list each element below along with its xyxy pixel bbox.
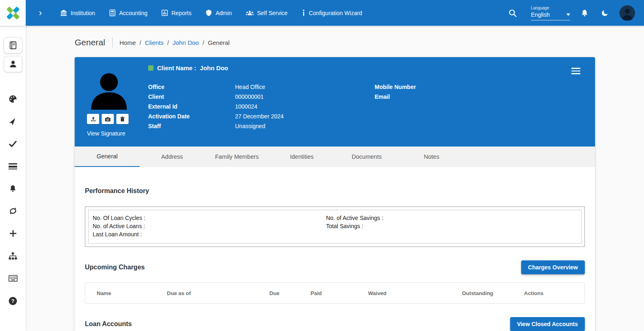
delete-photo-button[interactable] [116, 114, 129, 124]
mifos-logo-icon [5, 5, 21, 21]
breadcrumb-home[interactable]: Home [120, 39, 136, 46]
client-fields-left: OfficeHead Office Client000000001 Extern… [148, 82, 375, 131]
clients-icon [9, 60, 17, 68]
nav-configuration-wizard[interactable]: Configuration Wizard [302, 9, 362, 16]
shield-icon [205, 9, 212, 16]
active-savings-label: No. of Active Savings : [326, 214, 383, 222]
client-actions-menu-button[interactable] [571, 66, 580, 76]
sidebar-item-navigation[interactable] [9, 117, 17, 126]
left-sidebar: ? [0, 26, 26, 331]
topbar-right: Language English [506, 5, 644, 21]
loan-cycles-label: No. Of Loan Cycles : [93, 214, 326, 222]
charges-overview-button[interactable]: Charges Overview [521, 260, 585, 274]
sidebar-item-hierarchy[interactable] [9, 251, 17, 260]
dark-mode-toggle[interactable] [599, 7, 611, 19]
keyboard-icon [9, 275, 18, 282]
journal-icon [9, 41, 17, 49]
breadcrumb-separator: / [167, 39, 169, 46]
client-avatar-silhouette [88, 70, 130, 110]
status-active-indicator [148, 65, 153, 71]
breadcrumb-client-name-link[interactable]: John Doo [173, 39, 199, 46]
sidebar-item-keyboard-shortcuts[interactable] [9, 274, 18, 283]
topbar: › Institution Accounting Reports Admin S… [0, 0, 644, 26]
chevron-down-icon [566, 13, 570, 16]
nav-label: Reports [171, 10, 191, 16]
app-logo[interactable] [0, 0, 26, 26]
field-value: Unassigned [235, 123, 265, 129]
tab-identities[interactable]: Identities [269, 147, 334, 167]
client-photo-column: View Signature [87, 70, 141, 137]
client-header-panel: View Signature Client Name : John Doo Of… [75, 57, 595, 147]
search-button[interactable] [506, 7, 519, 19]
nav-label: Configuration Wizard [309, 10, 362, 16]
performance-right-column: No. of Active Savings : Total Savings : [326, 214, 383, 238]
view-signature-link[interactable]: View Signature [87, 130, 141, 137]
check-icon [9, 140, 17, 147]
performance-left-column: No. Of Loan Cycles : No. of Active Loans… [93, 214, 326, 238]
chart-icon [161, 9, 168, 16]
help-icon: ? [9, 297, 17, 305]
column-name: Name [97, 290, 167, 296]
tab-address[interactable]: Address [140, 147, 204, 167]
language-label: Language [531, 6, 570, 10]
calculator-icon [109, 9, 116, 16]
plus-icon [9, 230, 17, 237]
tab-family-members[interactable]: Family Members [204, 147, 269, 167]
nav-admin[interactable]: Admin [205, 9, 232, 16]
active-loans-label: No. of Active Loans : [93, 222, 326, 230]
field-value: Head Office [235, 84, 265, 90]
client-name-value: John Doo [200, 64, 228, 71]
hamburger-icon [571, 68, 580, 69]
sidebar-item-notifications[interactable] [9, 184, 17, 193]
performance-history-box: No. Of Loan Cycles : No. of Active Loans… [85, 207, 585, 247]
tab-notes[interactable]: Notes [399, 147, 464, 167]
people-icon [246, 9, 254, 16]
upload-photo-button[interactable] [87, 114, 99, 124]
column-actions: Actions [524, 290, 584, 296]
last-loan-amount-label: Last Loan Amount : [93, 230, 326, 238]
nav-institution[interactable]: Institution [60, 9, 95, 17]
sidebar-item-approvals[interactable] [9, 139, 17, 148]
nav-label: Institution [71, 10, 95, 16]
upcoming-charges-row: Upcoming Charges Charges Overview [85, 260, 585, 274]
sidebar-item-collections[interactable] [9, 94, 17, 103]
language-select[interactable]: English [531, 11, 570, 20]
sync-icon [9, 207, 17, 215]
info-icon [302, 9, 306, 16]
bank-icon [60, 9, 67, 17]
field-label: Activation Date [148, 113, 235, 120]
sidebar-item-create[interactable] [9, 229, 17, 238]
user-avatar-icon [620, 5, 635, 21]
breadcrumb-row: General Home / Clients / John Doo / Gene… [75, 37, 644, 48]
bell-icon [581, 9, 588, 17]
sidebar-collapse-chevron[interactable]: › [31, 4, 49, 22]
notifications-button[interactable] [579, 7, 590, 19]
sidebar-shortcut-journal[interactable] [4, 37, 22, 53]
sidebar-shortcut-clients[interactable] [4, 56, 22, 72]
capture-photo-button[interactable] [102, 114, 114, 124]
palette-icon [9, 95, 17, 103]
stream-icon [9, 163, 17, 170]
hierarchy-icon [9, 252, 17, 260]
loan-accounts-row: Loan Accounts View Closed Accounts [85, 317, 585, 331]
user-menu-button[interactable] [620, 5, 635, 21]
column-outstanding: Outstanding [462, 290, 524, 296]
breadcrumb-current: General [208, 39, 229, 46]
tab-general[interactable]: General [75, 147, 140, 167]
tab-documents[interactable]: Documents [334, 147, 399, 167]
loan-accounts-title: Loan Accounts [85, 320, 132, 328]
nav-accounting[interactable]: Accounting [109, 9, 147, 16]
sidebar-item-sync[interactable] [9, 207, 17, 215]
nav-self-service[interactable]: Self Service [246, 9, 288, 16]
navigation-icon [9, 117, 17, 125]
title-divider [112, 37, 113, 48]
column-due-as-of: Due as of [167, 290, 269, 296]
client-detail-card: View Signature Client Name : John Doo Of… [75, 57, 595, 331]
nav-reports[interactable]: Reports [161, 9, 191, 16]
sidebar-item-activity-stream[interactable] [9, 162, 17, 171]
field-value: 1000024 [235, 103, 258, 110]
field-label: Office [148, 84, 235, 90]
view-closed-accounts-button[interactable]: View Closed Accounts [510, 317, 585, 331]
sidebar-item-help[interactable]: ? [9, 296, 17, 305]
breadcrumb-clients-link[interactable]: Clients [145, 39, 164, 46]
